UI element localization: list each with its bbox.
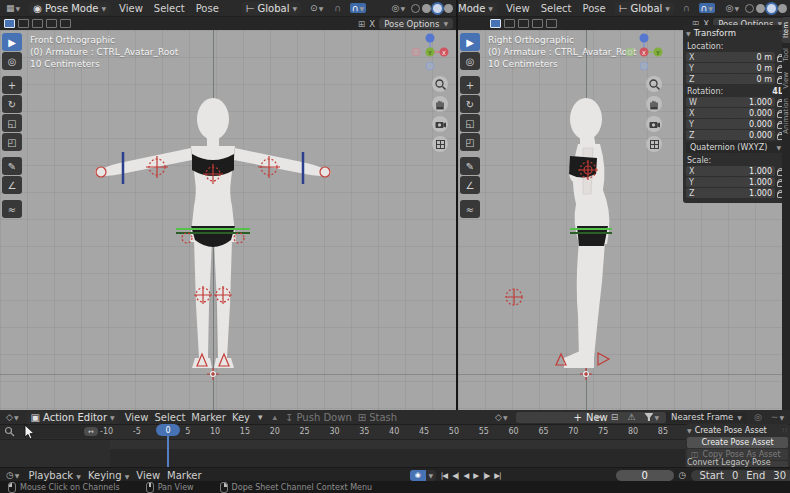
- measure-tool-button[interactable]: ∠: [2, 176, 22, 194]
- rotation-input[interactable]: X0.000: [686, 108, 775, 118]
- navigation-gizmo[interactable]: Y X: [624, 32, 664, 72]
- select-mode-subtract-icon[interactable]: [32, 19, 43, 28]
- menu-select[interactable]: Select: [154, 412, 185, 423]
- collapse-arrow-icon[interactable]: ▼: [686, 30, 691, 37]
- snap-magnet-icon[interactable]: ∩: [332, 3, 343, 13]
- select-mode-new-icon[interactable]: [490, 19, 501, 28]
- location-input[interactable]: Z0 m: [686, 74, 775, 84]
- filter-icon[interactable]: ▼: [642, 413, 661, 421]
- shading-rendered-icon[interactable]: [444, 4, 453, 13]
- rotate-tool-button[interactable]: ↻: [460, 95, 480, 113]
- shading-material-icon[interactable]: [433, 4, 442, 13]
- menu-select[interactable]: Select: [152, 3, 187, 14]
- channel-region[interactable]: [0, 440, 790, 468]
- cursor-tool-button[interactable]: ◎: [2, 52, 22, 70]
- select-box-tool-button[interactable]: ▶: [460, 33, 480, 51]
- show-hidden-icon[interactable]: ⊟: [609, 412, 621, 422]
- push-down-button[interactable]: ↧ Push Down: [285, 412, 352, 423]
- shading-rendered-icon[interactable]: [778, 4, 787, 13]
- show-errors-icon[interactable]: ⚠: [625, 412, 637, 422]
- character-side-view[interactable]: [498, 90, 668, 382]
- select-mode-extend-icon[interactable]: [18, 19, 29, 28]
- auto-keyframe-dropdown[interactable]: ▼: [426, 470, 436, 481]
- select-mode-new-icon[interactable]: [4, 19, 15, 28]
- rotation-input[interactable]: Z0.000: [686, 130, 775, 140]
- collapse-arrow-icon[interactable]: ▼: [687, 427, 692, 434]
- measure-tool-button[interactable]: ∠: [460, 176, 480, 194]
- shading-material-icon[interactable]: [767, 4, 776, 13]
- tab-animation[interactable]: Animation: [782, 93, 790, 139]
- panel-grip-icon[interactable]: ∷: [783, 427, 788, 435]
- pose-options-dropdown[interactable]: Pose Options ▼: [379, 18, 453, 29]
- jump-to-end-button[interactable]: ▶|: [494, 471, 500, 480]
- snapping-dropdown-icon[interactable]: ∩▼: [699, 3, 715, 13]
- select-mode-extend-icon[interactable]: [504, 19, 515, 28]
- timeline-editor-icon[interactable]: ◷▼: [4, 470, 21, 480]
- rotation-input[interactable]: Y0.000: [686, 119, 775, 129]
- create-pose-asset-button[interactable]: Create Pose Asset: [687, 437, 788, 448]
- start-frame-field[interactable]: 0: [732, 470, 738, 481]
- move-tool-button[interactable]: +: [460, 76, 480, 94]
- scale-tool-button[interactable]: ◱: [460, 114, 480, 132]
- viewport-front-canvas[interactable]: ▶ ◎ + ↻ ◱ ◰ ✎ ∠ ≈ Front Orthographic (0)…: [0, 30, 456, 410]
- orientation-dropdown[interactable]: ⊢ Global ▼: [242, 2, 301, 15]
- end-frame-field[interactable]: 30: [773, 470, 786, 481]
- scale-input[interactable]: Z1.000: [686, 188, 775, 198]
- rotation-input[interactable]: W1.000: [686, 97, 775, 107]
- current-frame-field[interactable]: 0: [616, 470, 674, 481]
- menu-pose[interactable]: Pose: [581, 3, 608, 14]
- search-icon[interactable]: [4, 426, 15, 437]
- menu-playback[interactable]: Playback ▼: [28, 470, 80, 481]
- annotate-tool-button[interactable]: ✎: [460, 157, 480, 175]
- menu-view[interactable]: View: [117, 3, 145, 14]
- editor-mode-dropdown[interactable]: ▣ Action Editor ▼: [27, 411, 119, 424]
- shading-wireframe-icon[interactable]: [411, 4, 420, 13]
- select-mode-intersect-icon[interactable]: [60, 19, 71, 28]
- perspective-toggle-icon[interactable]: [432, 136, 448, 152]
- navigation-gizmo[interactable]: X Y: [410, 32, 450, 72]
- menu-marker[interactable]: Marker: [191, 412, 226, 423]
- proportional-editing-icon[interactable]: ◎▼: [390, 3, 407, 13]
- menu-select[interactable]: Select: [539, 3, 574, 14]
- falloff-icon[interactable]: ∼▼: [769, 412, 786, 422]
- menu-view[interactable]: View: [125, 412, 149, 423]
- scale-input[interactable]: X1.000: [686, 166, 775, 176]
- horizontal-scroll-handle[interactable]: ↔: [84, 427, 98, 436]
- menu-pose[interactable]: Pose: [194, 3, 221, 14]
- annotate-tool-button[interactable]: ✎: [2, 157, 22, 175]
- pan-hand-icon[interactable]: [646, 96, 662, 112]
- proportional-editing-icon[interactable]: ◎: [752, 412, 764, 422]
- snap-magnet-icon[interactable]: ∩: [681, 3, 692, 13]
- current-frame-indicator[interactable]: 0: [156, 424, 180, 436]
- jump-to-start-button[interactable]: |◀: [441, 471, 447, 480]
- browse-action-icon[interactable]: ▾: [256, 412, 265, 422]
- shading-wireframe-icon[interactable]: [745, 4, 754, 13]
- grid-icon[interactable]: ⊞: [358, 19, 366, 29]
- mode-dropdown[interactable]: ◉ Pose Mode ▼: [29, 2, 110, 15]
- stash-button[interactable]: ⊞ Stash: [358, 412, 397, 423]
- rotation-mode-dropdown[interactable]: Quaternion (WXYZ) ▼: [686, 142, 785, 153]
- auto-keyframe-toggle[interactable]: ◉: [410, 470, 426, 481]
- shading-solid-icon[interactable]: [422, 4, 431, 13]
- select-mode-invert-icon[interactable]: [532, 19, 543, 28]
- location-input[interactable]: Y0 m: [686, 63, 775, 73]
- select-box-tool-button[interactable]: ▶: [2, 33, 22, 51]
- browse-action-dropdown-icon[interactable]: ◇▼: [493, 412, 510, 422]
- x-mirror-toggle[interactable]: X: [369, 19, 375, 29]
- menu-view[interactable]: View: [504, 3, 532, 14]
- transform-tool-button[interactable]: ◰: [2, 133, 22, 151]
- tab-tool[interactable]: Tool: [782, 43, 790, 67]
- editor-type-icon[interactable]: ▦▼: [4, 3, 22, 13]
- snapping-dropdown-icon[interactable]: ∩▼: [350, 3, 366, 13]
- cursor-tool-button[interactable]: ◎: [460, 52, 480, 70]
- channel-list[interactable]: [0, 440, 110, 468]
- select-mode-subtract-icon[interactable]: [518, 19, 529, 28]
- zoom-icon[interactable]: [432, 76, 448, 92]
- use-preview-range-icon[interactable]: ◷: [679, 470, 687, 480]
- play-reverse-button[interactable]: ◀: [463, 471, 468, 480]
- next-keyframe-button[interactable]: |▶: [483, 471, 489, 480]
- editor-type-icon[interactable]: ◇▼: [4, 412, 21, 422]
- orientation-dropdown[interactable]: ⊢ Global ▼: [615, 2, 674, 15]
- play-button[interactable]: ▶: [473, 471, 478, 480]
- camera-view-icon[interactable]: [646, 116, 662, 132]
